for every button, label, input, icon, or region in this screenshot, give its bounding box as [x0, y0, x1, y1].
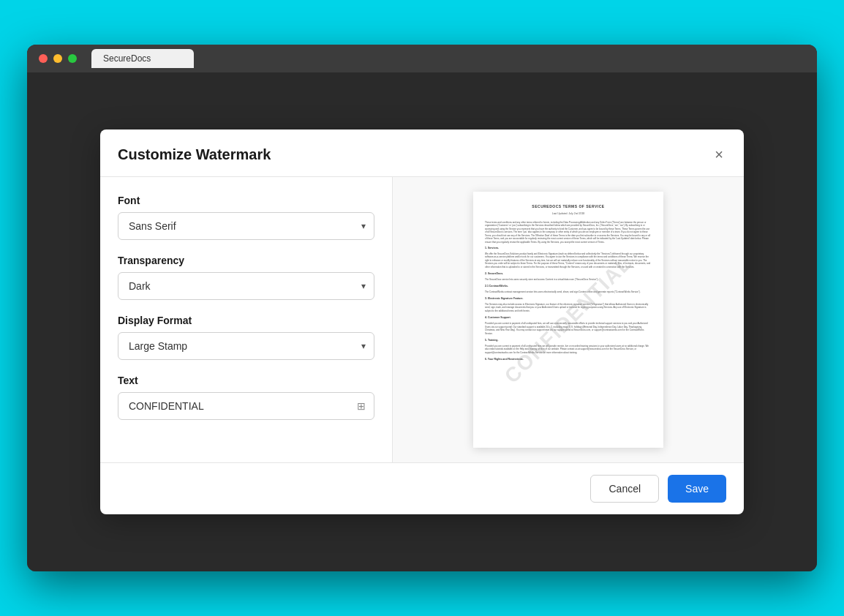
watermark-text-input[interactable]	[118, 392, 374, 420]
modal-header: Customize Watermark ×	[100, 129, 744, 177]
font-select-wrapper: Sans Serif Serif Monospace Cursive ▾	[118, 212, 374, 240]
font-select[interactable]: Sans Serif Serif Monospace Cursive	[118, 212, 374, 240]
display-format-group: Display Format Large Stamp Diagonal Head…	[118, 315, 374, 360]
doc-section-body-1: We offer the SecureDocs Solutions produc…	[485, 252, 652, 269]
preview-panel: SECUREDOCS TERMS OF SERVICE Last Updated…	[393, 177, 744, 462]
doc-section-body-3: The ContractWorks contract management se…	[485, 290, 652, 294]
doc-section-4: 3. Electronic Signature Feature. The Ser…	[485, 297, 652, 312]
doc-paragraph-1: These terms and conditions and any other…	[485, 221, 652, 244]
save-button[interactable]: Save	[668, 475, 726, 503]
transparency-label: Transparency	[118, 255, 374, 266]
browser-content: Customize Watermark × Font Sans Serif	[27, 72, 817, 571]
doc-section-5: 4. Customer Support. Provided you are cu…	[485, 316, 652, 335]
controls-panel: Font Sans Serif Serif Monospace Cursive …	[100, 177, 393, 462]
doc-section-title-7: 6. Your Rights and Restrictions.	[485, 358, 652, 362]
document-content: SECUREDOCS TERMS OF SERVICE Last Updated…	[485, 203, 652, 362]
doc-section-7: 6. Your Rights and Restrictions.	[485, 358, 652, 362]
doc-section-body-2: The SecureDocs service lets users secure…	[485, 278, 652, 282]
transparency-group: Transparency Light Dark Medium ▾	[118, 255, 374, 300]
doc-section-2: 2. SecureDocs. The SecureDocs service le…	[485, 272, 652, 281]
doc-section-3: 2.1 ContractWorks. The ContractWorks con…	[485, 285, 652, 293]
transparency-select[interactable]: Light Dark Medium	[118, 272, 374, 300]
text-label: Text	[118, 375, 374, 386]
doc-section-title-1: 1. Services.	[485, 247, 652, 251]
modal-title: Customize Watermark	[118, 146, 271, 163]
document-preview: SECUREDOCS TERMS OF SERVICE Last Updated…	[473, 192, 663, 448]
doc-section-body-5: Provided you are current in payment of a…	[485, 322, 652, 335]
doc-section-title-2: 2. SecureDocs.	[485, 272, 652, 277]
doc-section-title-6: 5. Training.	[485, 339, 652, 343]
text-input-wrapper: ⊞	[118, 392, 374, 420]
modal-close-button[interactable]: ×	[712, 144, 726, 165]
doc-section-6: 5. Training. Provided you are current in…	[485, 339, 652, 354]
modal-dialog: Customize Watermark × Font Sans Serif	[100, 129, 744, 514]
doc-title: SECUREDOCS TERMS OF SERVICE	[485, 203, 652, 209]
traffic-light-green[interactable]	[68, 54, 77, 63]
browser-window: SecureDocs Customize Watermark × Font	[27, 45, 817, 571]
doc-section-title-4: 3. Electronic Signature Feature.	[485, 297, 652, 301]
browser-titlebar: SecureDocs	[27, 45, 817, 72]
doc-section-title-3: 2.1 ContractWorks.	[485, 285, 652, 289]
browser-tab[interactable]: SecureDocs	[91, 49, 194, 68]
doc-section-1: 1. Services. We offer the SecureDocs Sol…	[485, 247, 652, 268]
display-format-select[interactable]: Large Stamp Diagonal Header Footer	[118, 332, 374, 360]
doc-subtitle: Last Updated: July 2nd 2018	[485, 212, 652, 217]
cancel-button[interactable]: Cancel	[590, 475, 659, 503]
doc-section-body-4: The Services may also include access to …	[485, 303, 652, 313]
doc-section-body-6: Provided you are current in payment of a…	[485, 345, 652, 355]
traffic-light-yellow[interactable]	[53, 54, 62, 63]
display-format-select-wrapper: Large Stamp Diagonal Header Footer ▾	[118, 332, 374, 360]
text-group: Text ⊞	[118, 375, 374, 420]
modal-body: Font Sans Serif Serif Monospace Cursive …	[100, 177, 744, 462]
traffic-light-red[interactable]	[39, 54, 48, 63]
modal-overlay: Customize Watermark × Font Sans Serif	[27, 72, 817, 571]
doc-section-title-5: 4. Customer Support.	[485, 316, 652, 320]
text-input-icon: ⊞	[357, 400, 366, 412]
modal-footer: Cancel Save	[100, 462, 744, 514]
transparency-select-wrapper: Light Dark Medium ▾	[118, 272, 374, 300]
font-label: Font	[118, 195, 374, 206]
font-group: Font Sans Serif Serif Monospace Cursive …	[118, 195, 374, 240]
display-format-label: Display Format	[118, 315, 374, 326]
